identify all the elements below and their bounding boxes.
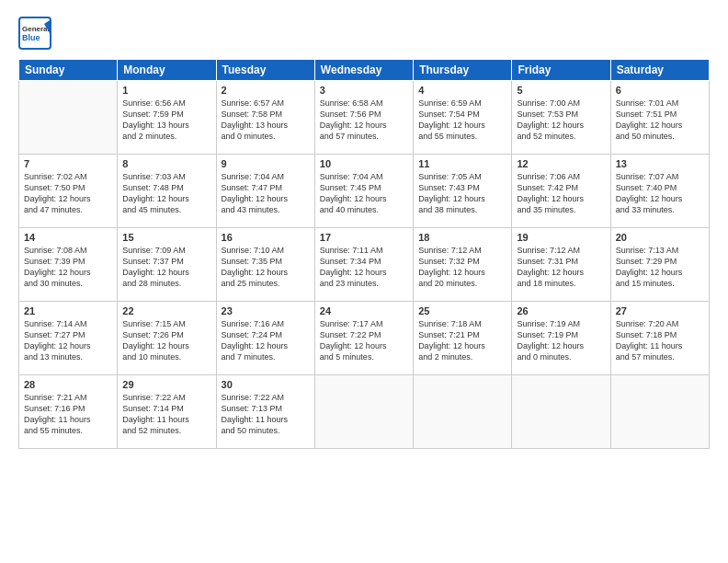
day-info: Sunrise: 7:16 AM Sunset: 7:24 PM Dayligh… — [222, 318, 310, 363]
day-number: 9 — [222, 158, 310, 169]
day-info: Sunrise: 7:20 AM Sunset: 7:18 PM Dayligh… — [616, 318, 704, 363]
day-number: 5 — [517, 85, 605, 96]
day-info: Sunrise: 6:58 AM Sunset: 7:56 PM Dayligh… — [320, 98, 408, 143]
day-number: 8 — [122, 158, 210, 169]
day-info: Sunrise: 7:10 AM Sunset: 7:35 PM Dayligh… — [222, 245, 310, 290]
day-info: Sunrise: 7:03 AM Sunset: 7:48 PM Dayligh… — [122, 171, 210, 216]
day-cell: 13Sunrise: 7:07 AM Sunset: 7:40 PM Dayli… — [610, 155, 709, 228]
day-number: 6 — [616, 85, 704, 96]
day-info: Sunrise: 7:09 AM Sunset: 7:37 PM Dayligh… — [122, 245, 210, 290]
day-number: 28 — [24, 379, 112, 390]
day-number: 24 — [320, 305, 408, 316]
day-number: 10 — [320, 158, 408, 169]
day-cell: 2Sunrise: 6:57 AM Sunset: 7:58 PM Daylig… — [216, 81, 314, 155]
day-info: Sunrise: 7:12 AM Sunset: 7:31 PM Dayligh… — [517, 245, 605, 290]
weekday-header-saturday: Saturday — [610, 60, 709, 81]
day-cell: 21Sunrise: 7:14 AM Sunset: 7:27 PM Dayli… — [19, 302, 118, 375]
day-info: Sunrise: 7:22 AM Sunset: 7:14 PM Dayligh… — [122, 392, 210, 437]
day-number: 12 — [517, 158, 605, 169]
day-info: Sunrise: 7:11 AM Sunset: 7:34 PM Dayligh… — [320, 245, 408, 290]
weekday-header-tuesday: Tuesday — [216, 60, 314, 81]
day-number: 21 — [24, 305, 112, 316]
day-number: 2 — [222, 85, 310, 96]
day-info: Sunrise: 7:04 AM Sunset: 7:45 PM Dayligh… — [320, 171, 408, 216]
day-number: 23 — [222, 305, 310, 316]
day-cell: 17Sunrise: 7:11 AM Sunset: 7:34 PM Dayli… — [314, 228, 413, 302]
header: General Blue — [18, 17, 710, 50]
day-info: Sunrise: 6:56 AM Sunset: 7:59 PM Dayligh… — [122, 98, 210, 143]
day-cell — [610, 375, 709, 449]
day-cell: 16Sunrise: 7:10 AM Sunset: 7:35 PM Dayli… — [216, 228, 314, 302]
day-info: Sunrise: 7:05 AM Sunset: 7:43 PM Dayligh… — [418, 171, 506, 216]
day-number: 20 — [616, 232, 704, 243]
day-cell: 30Sunrise: 7:22 AM Sunset: 7:13 PM Dayli… — [216, 375, 314, 449]
day-cell: 27Sunrise: 7:20 AM Sunset: 7:18 PM Dayli… — [610, 302, 709, 375]
day-info: Sunrise: 7:15 AM Sunset: 7:26 PM Dayligh… — [122, 318, 210, 363]
day-cell: 19Sunrise: 7:12 AM Sunset: 7:31 PM Dayli… — [512, 228, 610, 302]
day-number: 13 — [616, 158, 704, 169]
day-number: 16 — [222, 232, 310, 243]
page: General Blue SundayMondayTuesdayWednesda… — [0, 0, 728, 563]
day-cell: 4Sunrise: 6:59 AM Sunset: 7:54 PM Daylig… — [414, 81, 512, 155]
day-info: Sunrise: 7:06 AM Sunset: 7:42 PM Dayligh… — [517, 171, 605, 216]
day-info: Sunrise: 7:02 AM Sunset: 7:50 PM Dayligh… — [24, 171, 112, 216]
day-number: 14 — [24, 232, 112, 243]
day-number: 11 — [418, 158, 506, 169]
weekday-header-row: SundayMondayTuesdayWednesdayThursdayFrid… — [19, 60, 710, 81]
week-row-3: 21Sunrise: 7:14 AM Sunset: 7:27 PM Dayli… — [19, 302, 710, 375]
day-info: Sunrise: 6:57 AM Sunset: 7:58 PM Dayligh… — [222, 98, 310, 143]
day-info: Sunrise: 7:22 AM Sunset: 7:13 PM Dayligh… — [222, 392, 310, 437]
day-info: Sunrise: 7:12 AM Sunset: 7:32 PM Dayligh… — [418, 245, 506, 290]
day-number: 22 — [122, 305, 210, 316]
day-info: Sunrise: 7:07 AM Sunset: 7:40 PM Dayligh… — [616, 171, 704, 216]
day-info: Sunrise: 7:08 AM Sunset: 7:39 PM Dayligh… — [24, 245, 112, 290]
day-cell: 28Sunrise: 7:21 AM Sunset: 7:16 PM Dayli… — [19, 375, 118, 449]
weekday-header-sunday: Sunday — [19, 60, 118, 81]
day-cell — [19, 81, 118, 155]
day-cell — [314, 375, 413, 449]
week-row-2: 14Sunrise: 7:08 AM Sunset: 7:39 PM Dayli… — [19, 228, 710, 302]
day-cell: 20Sunrise: 7:13 AM Sunset: 7:29 PM Dayli… — [610, 228, 709, 302]
week-row-1: 7Sunrise: 7:02 AM Sunset: 7:50 PM Daylig… — [19, 155, 710, 228]
day-cell: 22Sunrise: 7:15 AM Sunset: 7:26 PM Dayli… — [118, 302, 216, 375]
day-number: 7 — [24, 158, 112, 169]
day-number: 30 — [222, 379, 310, 390]
svg-text:Blue: Blue — [22, 33, 40, 42]
day-cell: 14Sunrise: 7:08 AM Sunset: 7:39 PM Dayli… — [19, 228, 118, 302]
weekday-header-thursday: Thursday — [414, 60, 512, 81]
day-cell: 10Sunrise: 7:04 AM Sunset: 7:45 PM Dayli… — [314, 155, 413, 228]
day-cell: 3Sunrise: 6:58 AM Sunset: 7:56 PM Daylig… — [314, 81, 413, 155]
day-cell: 25Sunrise: 7:18 AM Sunset: 7:21 PM Dayli… — [414, 302, 512, 375]
day-number: 26 — [517, 305, 605, 316]
day-cell: 12Sunrise: 7:06 AM Sunset: 7:42 PM Dayli… — [512, 155, 610, 228]
day-cell: 9Sunrise: 7:04 AM Sunset: 7:47 PM Daylig… — [216, 155, 314, 228]
logo: General Blue — [18, 17, 51, 50]
day-number: 25 — [418, 305, 506, 316]
week-row-4: 28Sunrise: 7:21 AM Sunset: 7:16 PM Dayli… — [19, 375, 710, 449]
weekday-header-monday: Monday — [118, 60, 216, 81]
day-info: Sunrise: 7:14 AM Sunset: 7:27 PM Dayligh… — [24, 318, 112, 363]
day-cell: 24Sunrise: 7:17 AM Sunset: 7:22 PM Dayli… — [314, 302, 413, 375]
day-cell: 23Sunrise: 7:16 AM Sunset: 7:24 PM Dayli… — [216, 302, 314, 375]
day-cell: 15Sunrise: 7:09 AM Sunset: 7:37 PM Dayli… — [118, 228, 216, 302]
day-cell — [414, 375, 512, 449]
day-cell: 11Sunrise: 7:05 AM Sunset: 7:43 PM Dayli… — [414, 155, 512, 228]
day-cell: 7Sunrise: 7:02 AM Sunset: 7:50 PM Daylig… — [19, 155, 118, 228]
day-cell — [512, 375, 610, 449]
day-number: 15 — [122, 232, 210, 243]
day-cell: 18Sunrise: 7:12 AM Sunset: 7:32 PM Dayli… — [414, 228, 512, 302]
day-info: Sunrise: 7:18 AM Sunset: 7:21 PM Dayligh… — [418, 318, 506, 363]
day-cell: 1Sunrise: 6:56 AM Sunset: 7:59 PM Daylig… — [118, 81, 216, 155]
day-info: Sunrise: 7:17 AM Sunset: 7:22 PM Dayligh… — [320, 318, 408, 363]
day-cell: 29Sunrise: 7:22 AM Sunset: 7:14 PM Dayli… — [118, 375, 216, 449]
weekday-header-friday: Friday — [512, 60, 610, 81]
day-cell: 6Sunrise: 7:01 AM Sunset: 7:51 PM Daylig… — [610, 81, 709, 155]
day-info: Sunrise: 6:59 AM Sunset: 7:54 PM Dayligh… — [418, 98, 506, 143]
day-info: Sunrise: 7:13 AM Sunset: 7:29 PM Dayligh… — [616, 245, 704, 290]
calendar: SundayMondayTuesdayWednesdayThursdayFrid… — [18, 59, 710, 449]
day-info: Sunrise: 7:01 AM Sunset: 7:51 PM Dayligh… — [616, 98, 704, 143]
week-row-0: 1Sunrise: 6:56 AM Sunset: 7:59 PM Daylig… — [19, 81, 710, 155]
day-info: Sunrise: 7:00 AM Sunset: 7:53 PM Dayligh… — [517, 98, 605, 143]
svg-text:General: General — [22, 25, 50, 33]
day-number: 18 — [418, 232, 506, 243]
